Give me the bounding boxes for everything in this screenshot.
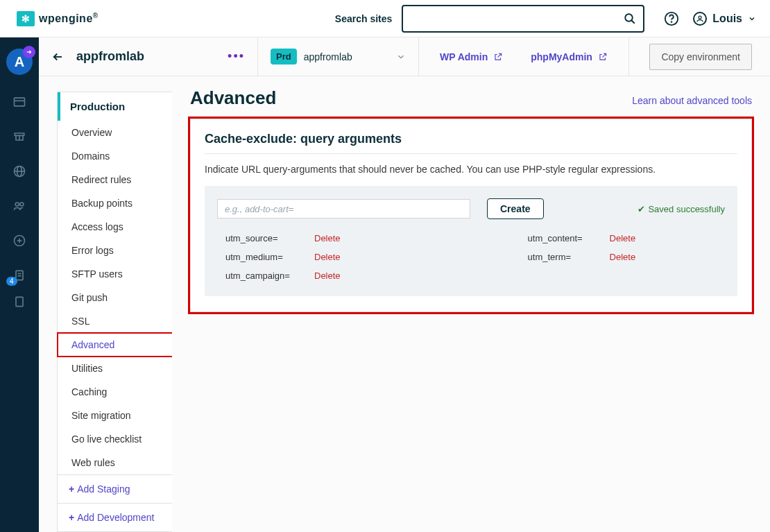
add-staging-action[interactable]: +Add Staging bbox=[58, 475, 174, 503]
search-icon[interactable] bbox=[624, 12, 636, 25]
sidebar-item-redirect-rules[interactable]: Redirect rules bbox=[58, 168, 174, 191]
top-header: ✻ wpengine® Search sites Louis bbox=[0, 0, 770, 37]
sidebar-item-go-live-checklist[interactable]: Go live checklist bbox=[58, 427, 174, 451]
arg-row: utm_campaign= Delete bbox=[225, 271, 341, 281]
svg-point-3 bbox=[671, 22, 672, 22]
rail-add-icon[interactable] bbox=[12, 233, 27, 248]
rail-ecommerce-icon[interactable] bbox=[12, 129, 27, 144]
sidebar-item-backup-points[interactable]: Backup points bbox=[58, 191, 174, 215]
chevron-down-icon bbox=[396, 52, 406, 62]
delete-link[interactable]: Delete bbox=[314, 252, 341, 262]
delete-link[interactable]: Delete bbox=[314, 233, 341, 243]
arg-row: utm_term= Delete bbox=[528, 252, 636, 262]
sidebar-item-caching[interactable]: Caching bbox=[58, 380, 174, 404]
site-title: appfromlab bbox=[76, 49, 144, 64]
sidebar-item-access-logs[interactable]: Access logs bbox=[58, 215, 174, 239]
user-avatar-icon bbox=[693, 12, 707, 26]
learn-link[interactable]: Learn about advanced tools bbox=[632, 95, 752, 106]
logo-mark-icon: ✻ bbox=[17, 11, 35, 26]
svg-point-12 bbox=[15, 203, 19, 206]
rail-avatar-letter: A bbox=[15, 54, 24, 70]
back-arrow-icon[interactable] bbox=[51, 51, 64, 63]
arg-key: utm_campaign= bbox=[225, 271, 302, 281]
sidebar-item-advanced[interactable]: Advanced bbox=[58, 333, 174, 357]
query-arg-input[interactable] bbox=[217, 199, 470, 218]
arg-row: utm_medium= Delete bbox=[225, 252, 341, 262]
sidebar-item-web-rules[interactable]: Web rules bbox=[58, 451, 174, 474]
external-link-icon bbox=[493, 52, 503, 62]
rail-users-icon[interactable] bbox=[12, 198, 27, 214]
saved-message: ✔ Saved successfully bbox=[638, 204, 725, 214]
sidebar-heading: Production bbox=[58, 92, 174, 121]
sidebar-item-sftp-users[interactable]: SFTP users bbox=[58, 262, 174, 286]
delete-link[interactable]: Delete bbox=[610, 252, 636, 262]
sidebar-item-overview[interactable]: Overview bbox=[58, 121, 174, 144]
arg-row: utm_source= Delete bbox=[225, 233, 341, 243]
icon-rail: A 4 bbox=[0, 37, 39, 532]
svg-point-13 bbox=[20, 203, 24, 206]
sidebar-item-ssl[interactable]: SSL bbox=[58, 309, 174, 333]
search-input[interactable] bbox=[403, 6, 643, 31]
rail-docs-icon[interactable]: 4 bbox=[12, 268, 27, 283]
env-selector[interactable]: Prd appfromlab bbox=[258, 37, 419, 76]
user-name: Louis bbox=[712, 12, 742, 25]
panel-description: Indicate URL query-arguments that should… bbox=[205, 164, 737, 175]
search-label: Search sites bbox=[335, 13, 393, 24]
sidebar-item-site-migration[interactable]: Site migration bbox=[58, 404, 174, 427]
arg-key: utm_content= bbox=[528, 233, 597, 243]
phpmyadmin-link[interactable]: phpMyAdmin bbox=[531, 51, 608, 62]
sidebar: Production Overview Domains Redirect rul… bbox=[39, 76, 172, 532]
panel-title: Cache-exclude: query arguments bbox=[205, 132, 737, 146]
svg-point-4 bbox=[699, 16, 701, 19]
rail-sites-icon[interactable] bbox=[12, 94, 27, 110]
help-icon[interactable] bbox=[664, 11, 679, 26]
arg-key: utm_term= bbox=[528, 252, 597, 262]
copy-environment-button[interactable]: Copy environment bbox=[649, 44, 752, 70]
external-link-icon bbox=[598, 52, 608, 62]
logo-text: wpengine® bbox=[39, 12, 99, 25]
more-dots-icon[interactable]: ••• bbox=[228, 49, 245, 64]
delete-link[interactable]: Delete bbox=[314, 271, 341, 281]
site-bar: appfromlab ••• Prd appfromlab WP Admin p… bbox=[39, 37, 770, 76]
svg-line-1 bbox=[632, 20, 635, 24]
cache-exclude-panel: Cache-exclude: query arguments Indicate … bbox=[190, 119, 752, 312]
page-title: Advanced bbox=[190, 87, 276, 109]
svg-rect-20 bbox=[16, 297, 23, 306]
arrow-badge-icon bbox=[23, 46, 35, 58]
sidebar-list: Overview Domains Redirect rules Backup p… bbox=[58, 121, 174, 474]
svg-point-0 bbox=[626, 14, 633, 22]
sidebar-item-utilities[interactable]: Utilities bbox=[58, 357, 174, 380]
svg-line-22 bbox=[498, 53, 502, 57]
arg-key: utm_source= bbox=[225, 233, 302, 243]
sidebar-item-git-push[interactable]: Git push bbox=[58, 286, 174, 309]
rail-badge-count: 4 bbox=[6, 277, 17, 286]
svg-rect-6 bbox=[15, 98, 25, 106]
rail-avatar[interactable]: A bbox=[6, 49, 33, 75]
add-development-action[interactable]: +Add Development bbox=[58, 504, 174, 531]
rail-globe-icon[interactable] bbox=[12, 164, 27, 179]
arg-row: utm_content= Delete bbox=[528, 233, 636, 243]
wp-admin-link[interactable]: WP Admin bbox=[440, 51, 503, 62]
sidebar-item-domains[interactable]: Domains bbox=[58, 144, 174, 168]
delete-link[interactable]: Delete bbox=[610, 233, 636, 243]
user-menu[interactable]: Louis bbox=[693, 12, 756, 26]
arg-key: utm_medium= bbox=[225, 252, 302, 262]
search-box[interactable] bbox=[402, 5, 644, 33]
env-name: appfromlab bbox=[304, 51, 352, 62]
main-content: Advanced Learn about advanced tools Cach… bbox=[172, 76, 770, 532]
logo[interactable]: ✻ wpengine® bbox=[17, 11, 99, 26]
create-button[interactable]: Create bbox=[487, 198, 544, 219]
svg-line-23 bbox=[602, 53, 606, 57]
chevron-down-icon bbox=[748, 15, 756, 23]
rail-more-icon[interactable] bbox=[12, 294, 27, 309]
env-badge: Prd bbox=[271, 49, 297, 65]
check-icon: ✔ bbox=[638, 204, 645, 214]
sidebar-item-error-logs[interactable]: Error logs bbox=[58, 239, 174, 262]
